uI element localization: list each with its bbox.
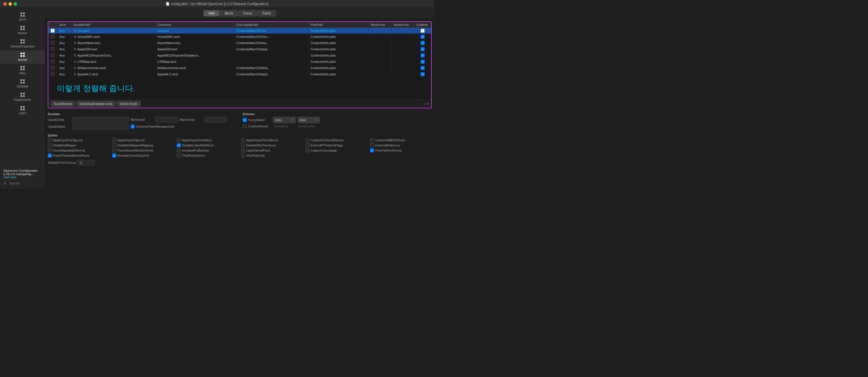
row-checkbox[interactable] [51, 72, 55, 76]
quirk-item[interactable]: LapicKernelPanic [241, 148, 303, 152]
download-update-button[interactable]: Download/Update kexts [76, 101, 116, 107]
table-row[interactable]: ✓ Any ⇅Lilu.kext Lilu.kext Contents/MacO… [48, 28, 431, 34]
minus-button[interactable]: − [423, 102, 426, 106]
quirk-checkbox[interactable] [241, 143, 245, 147]
quirk-checkbox[interactable]: ✓ [112, 153, 116, 157]
fuzzy-match-checkbox[interactable]: ✓ [243, 118, 247, 122]
sidebar-item-acpi[interactable]: ACPI [0, 10, 45, 24]
table-row[interactable]: Any ⇅AppleMCEReporterDisa... AppleMCERep… [48, 52, 431, 59]
custom-kernel-checkbox[interactable] [243, 124, 247, 128]
quirk-item[interactable]: LegacyCommpage [306, 148, 367, 152]
quirk-item[interactable]: DisableRtcChecksum [241, 143, 303, 147]
force-button[interactable]: Force [239, 10, 257, 17]
row-enabled-checkbox[interactable]: ✓ [421, 66, 425, 70]
row-enabled-checkbox[interactable]: ✓ [421, 47, 425, 51]
quirk-checkbox[interactable] [241, 153, 245, 157]
block-button[interactable]: Block [220, 10, 238, 17]
share-icon[interactable]: ⬆ [3, 181, 7, 186]
close-button[interactable] [3, 2, 7, 6]
sidebar-item-nvram[interactable]: NVRAM [0, 77, 45, 90]
kernel-cache-select[interactable]: Auto ▼ [297, 117, 320, 123]
row-checkbox[interactable] [51, 53, 55, 57]
maximize-button[interactable] [13, 2, 17, 6]
quirk-checkbox[interactable]: ✓ [370, 148, 374, 152]
quirk-checkbox[interactable] [177, 138, 181, 142]
quirk-item[interactable]: XhciPortLimit [241, 153, 303, 157]
dummy-power-mgmt-checkbox[interactable]: ✓ [131, 124, 135, 128]
table-row[interactable]: Any ⇅AppleIGB.kext AppleIGB.kext Content… [48, 46, 431, 52]
quirk-checkbox[interactable] [306, 148, 310, 152]
check-kexts-button[interactable]: Check Kexts [117, 101, 141, 107]
row-checkbox[interactable] [51, 66, 55, 70]
quirk-checkbox[interactable] [177, 153, 181, 157]
sidebar-item-deviceproperties[interactable]: DeviceProperties [0, 37, 45, 50]
quirk-checkbox[interactable] [112, 143, 116, 147]
quirk-item[interactable]: ✓ DisableLinkedItJettison [177, 143, 239, 147]
add-button[interactable]: Add [204, 10, 219, 17]
scan-browse-button[interactable]: Scan/Browse [51, 101, 75, 107]
sidebar-item-platforminfo[interactable]: PlatformInfo [0, 90, 45, 104]
sidebar-item-booter[interactable]: Booter [0, 24, 45, 37]
read-more-link[interactable]: read more [3, 176, 42, 179]
quirk-item[interactable]: ✓ ProvideCurrentCpuInfo [112, 153, 174, 157]
quirk-item[interactable]: ✓ PowerTimeoutKernelPanic [48, 153, 110, 157]
table-row[interactable]: Any ⇅UTBMap.kext UTBMap.kext Contents/In… [48, 59, 431, 65]
quirk-checkbox[interactable] [370, 143, 374, 147]
quirk-item[interactable]: CustomPciSerialDevice [306, 138, 367, 142]
row-checkbox[interactable] [51, 59, 55, 63]
paypal-icon[interactable]: Pay Pal [10, 182, 19, 185]
row-enabled-checkbox[interactable]: ✓ [421, 41, 425, 45]
quirk-checkbox[interactable] [370, 138, 374, 142]
table-row[interactable]: Any ⇅AirportItlwm.kext AirportItlwm.kext… [48, 40, 431, 46]
minimize-button[interactable] [8, 2, 12, 6]
row-enabled-checkbox[interactable]: ✓ [421, 35, 425, 39]
table-row[interactable]: Any ⇅AppleALC.kext AppleALC.kext Content… [48, 71, 431, 77]
quirk-checkbox[interactable] [48, 138, 52, 142]
max-kernel-input[interactable] [204, 117, 227, 122]
row-checkbox[interactable] [51, 41, 55, 45]
row-checkbox[interactable] [51, 47, 55, 51]
cpuid-data-input[interactable] [72, 117, 129, 122]
min-kernel-input[interactable] [155, 117, 178, 122]
quirk-item[interactable]: ThirdPartyDrives [177, 153, 239, 157]
quirk-checkbox[interactable] [306, 138, 310, 142]
row-enabled-checkbox[interactable]: ✓ [421, 72, 425, 76]
quirk-item[interactable]: AppleXcpmCfgLock [112, 138, 174, 142]
quirk-checkbox[interactable] [177, 148, 181, 152]
table-row[interactable]: Any ⇅WhateverGreen.kext WhateverGreen.ke… [48, 65, 431, 71]
sidebar-item-uefi[interactable]: UEFI [0, 104, 45, 117]
cpuid-mask-input[interactable] [72, 124, 129, 129]
quirk-checkbox[interactable] [112, 138, 116, 142]
row-enabled-checkbox[interactable]: ✓ [421, 29, 425, 33]
plus-button[interactable]: + [427, 102, 429, 106]
row-checkbox[interactable] [51, 34, 55, 38]
quirk-checkbox[interactable]: ✓ [177, 143, 181, 147]
quirk-item[interactable]: DisableIoMapperMapping [112, 143, 174, 147]
quirk-item[interactable]: AppleXcpmForceBoost [241, 138, 303, 142]
setapfs-input[interactable] [78, 160, 95, 166]
quirk-checkbox[interactable] [48, 148, 52, 152]
row-checkbox[interactable]: ✓ [51, 29, 55, 33]
quirk-checkbox[interactable] [112, 148, 116, 152]
quirk-checkbox[interactable] [306, 143, 310, 147]
quirk-item[interactable]: DisableIoMapper [48, 143, 110, 147]
quirk-checkbox[interactable] [48, 143, 52, 147]
sidebar-item-misc[interactable]: Misc [0, 64, 45, 77]
table-row[interactable]: Any ⇅VirtualSMC.kext VirtualSMC.kext Con… [48, 33, 431, 40]
quirk-item[interactable]: IncreasePciBarSize [177, 148, 239, 152]
patch-button[interactable]: Patch [257, 10, 276, 17]
sidebar-item-kernel[interactable]: Kernel [0, 50, 45, 64]
quirk-checkbox[interactable]: ✓ [48, 153, 52, 157]
quirk-checkbox[interactable] [241, 148, 245, 152]
quirk-item[interactable]: AppleXcpmExtraMsrs [177, 138, 239, 142]
quirk-item[interactable]: ForceSecureBootScheme [112, 148, 174, 152]
row-enabled-checkbox[interactable]: ✓ [421, 60, 425, 64]
kernel-arch-select[interactable]: Auto ▼ [273, 117, 296, 123]
row-enabled-checkbox[interactable]: ✓ [421, 54, 425, 57]
quirk-item[interactable]: ForceAquantiaEthernet [48, 148, 110, 152]
quirk-item[interactable]: ExtendBTFeatureFlags [306, 143, 367, 147]
quirk-item[interactable]: ✓ PanicNoKextDump [370, 148, 432, 152]
quirk-item[interactable]: ExternalDiskIcons [370, 143, 432, 147]
quirk-checkbox[interactable] [241, 138, 245, 142]
quirk-item[interactable]: CustomSMBIOSGuid [370, 138, 432, 142]
